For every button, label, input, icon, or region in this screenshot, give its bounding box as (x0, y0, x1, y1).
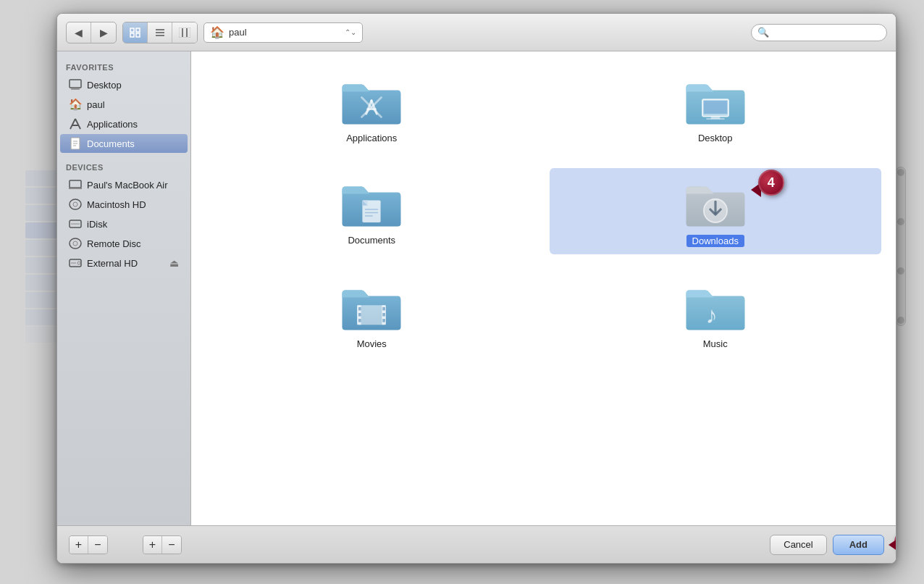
view-buttons (122, 22, 198, 43)
sidebar-item-idisk-label: iDisk (87, 219, 107, 230)
list-view-button[interactable] (148, 22, 172, 43)
svg-point-27 (73, 241, 77, 246)
sidebar: FAVORITES Desktop 🏠 paul Applications (57, 51, 191, 525)
applications-icon (69, 117, 82, 130)
add-remove-left: + − (69, 535, 108, 554)
file-item-documents[interactable]: Documents (206, 168, 538, 254)
back-button[interactable]: ◀ (67, 22, 91, 43)
svg-rect-3 (136, 33, 140, 37)
svg-rect-51 (358, 319, 361, 322)
svg-line-13 (70, 119, 75, 129)
svg-rect-2 (130, 33, 134, 37)
file-item-downloads[interactable]: 4 Downloads (550, 168, 882, 254)
svg-rect-49 (358, 307, 361, 311)
sidebar-item-external-label: External HD (87, 258, 138, 269)
movies-folder-icon (339, 279, 404, 334)
forward-button[interactable]: ▶ (91, 22, 116, 43)
movies-label: Movies (357, 338, 387, 349)
sidebar-item-remote-label: Remote Disc (87, 238, 140, 249)
svg-rect-52 (383, 307, 386, 311)
devices-header: DEVICES (57, 160, 190, 175)
add-right-button[interactable]: + (143, 536, 162, 554)
remote-disc-icon (69, 237, 82, 250)
sidebar-item-paul[interactable]: 🏠 paul (60, 95, 188, 114)
svg-rect-54 (383, 319, 386, 322)
sidebar-item-remote[interactable]: Remote Disc (60, 234, 188, 253)
music-label: Music (703, 338, 728, 349)
sidebar-item-macbook[interactable]: Paul's MacBook Air (60, 175, 188, 194)
macbook-icon (69, 178, 82, 191)
sidebar-item-macintosh-label: Macintosh HD (87, 199, 146, 210)
svg-point-26 (70, 238, 81, 249)
documents-icon (69, 137, 82, 150)
sidebar-item-idisk[interactable]: iDisk (60, 214, 188, 233)
sidebar-item-paul-label: paul (87, 99, 105, 110)
file-item-applications[interactable]: Applications (206, 66, 538, 151)
sidebar-item-desktop[interactable]: Desktop (60, 75, 188, 94)
favorites-header: FAVORITES (57, 60, 190, 75)
svg-rect-37 (704, 101, 727, 114)
remove-right-button[interactable]: − (162, 536, 181, 554)
remove-left-button[interactable]: − (88, 536, 107, 554)
add-button-wrapper: Add 5 (833, 535, 884, 555)
add-button[interactable]: Add (833, 535, 884, 555)
sidebar-item-desktop-label: Desktop (87, 80, 122, 91)
svg-rect-53 (383, 313, 386, 317)
documents-folder-icon (339, 175, 404, 230)
hd-icon (69, 198, 82, 211)
documents-label: Documents (348, 235, 395, 246)
location-bar[interactable]: 🏠 paul ⌃⌄ (203, 22, 363, 43)
svg-rect-10 (70, 80, 81, 88)
step-4-badge: 4 (758, 170, 784, 196)
home-icon: 🏠 (69, 98, 82, 111)
column-view-button[interactable] (172, 22, 197, 43)
sidebar-item-applications[interactable]: Applications (60, 114, 188, 133)
file-item-movies[interactable]: Movies (206, 272, 538, 356)
add-remove-right: + − (143, 535, 182, 554)
search-input[interactable] (772, 28, 881, 38)
content-area: FAVORITES Desktop 🏠 paul Applications (57, 51, 896, 525)
search-icon: 🔍 (757, 27, 769, 38)
external-hd-icon (69, 256, 82, 270)
svg-rect-0 (130, 28, 134, 32)
eject-icon[interactable]: ⏏ (169, 257, 179, 269)
sidebar-item-documents[interactable]: Documents (60, 134, 188, 153)
cancel-button[interactable]: Cancel (770, 535, 826, 555)
add-left-button[interactable]: + (70, 536, 88, 554)
svg-point-22 (70, 199, 81, 209)
svg-line-14 (75, 119, 80, 129)
downloads-label: Downloads (686, 235, 744, 247)
music-folder-icon: ♪ (683, 279, 748, 334)
location-home-icon: 🏠 (210, 25, 224, 39)
bottom-bar: + − + − Cancel Add 5 (57, 525, 896, 563)
file-item-desktop[interactable]: Desktop (550, 66, 882, 151)
grid-icon (130, 28, 141, 38)
bottom-left-controls: + − + − (69, 535, 182, 554)
nav-buttons: ◀ ▶ (66, 22, 117, 43)
location-text: paul (229, 27, 340, 38)
location-dropdown-icon: ⌃⌄ (345, 28, 356, 36)
bottom-right-controls: Cancel Add 5 (770, 535, 884, 555)
sidebar-item-documents-label: Documents (87, 138, 135, 149)
downloads-folder-icon: 4 (683, 175, 748, 230)
list-icon (154, 28, 166, 38)
file-item-music[interactable]: ♪ Music (550, 272, 882, 356)
applications-label: Applications (346, 133, 397, 143)
svg-rect-20 (70, 180, 81, 188)
sidebar-item-macbook-label: Paul's MacBook Air (87, 180, 168, 191)
svg-rect-50 (358, 313, 361, 317)
svg-text:♪: ♪ (705, 302, 717, 328)
dialog-wrapper: Bluetooth Sharing ◀ ▶ (0, 0, 924, 584)
search-bar[interactable]: 🔍 (751, 24, 887, 41)
sidebar-item-macintosh[interactable]: Macintosh HD (60, 195, 188, 214)
svg-rect-9 (179, 28, 190, 38)
icon-view-button[interactable] (123, 22, 148, 43)
sidebar-item-external[interactable]: External HD ⏏ (60, 254, 188, 272)
svg-rect-46 (357, 305, 386, 325)
desktop-label: Desktop (698, 133, 733, 143)
file-area: Applications (191, 51, 896, 525)
toolbar: ◀ ▶ (57, 14, 896, 51)
step5-arrow (889, 539, 896, 551)
svg-point-23 (73, 202, 77, 207)
desktop-folder-icon (683, 73, 748, 128)
